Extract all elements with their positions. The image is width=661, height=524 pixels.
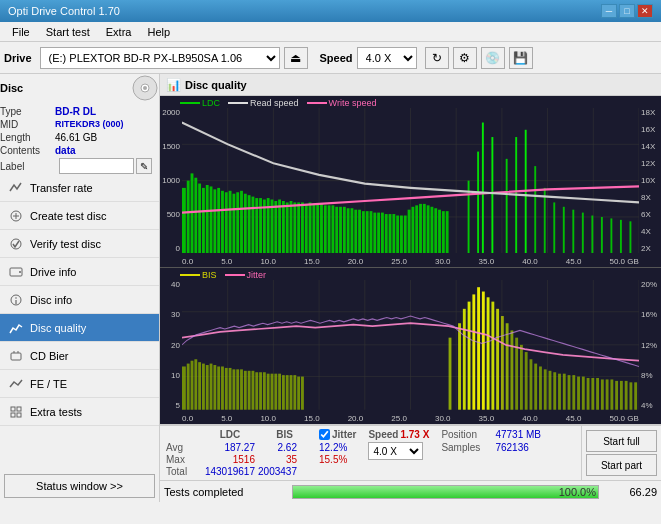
burn-button[interactable]: 💿 — [481, 47, 505, 69]
svg-rect-12 — [11, 353, 21, 360]
svg-rect-144 — [225, 368, 228, 410]
svg-rect-154 — [263, 373, 266, 410]
position-label: Position — [441, 429, 491, 440]
svg-rect-184 — [544, 370, 547, 410]
sidebar-item-verify-test-disc[interactable]: Verify test disc — [0, 230, 159, 258]
svg-rect-56 — [274, 201, 277, 253]
svg-rect-98 — [434, 208, 437, 253]
close-button[interactable]: ✕ — [637, 4, 653, 18]
svg-rect-65 — [309, 202, 312, 253]
x-label: 35.0 — [479, 414, 495, 423]
jitter-checkbox[interactable] — [319, 429, 330, 440]
svg-rect-15 — [11, 407, 15, 411]
transfer-rate-icon — [8, 180, 24, 196]
svg-rect-170 — [477, 287, 480, 410]
svg-rect-66 — [312, 204, 315, 253]
sidebar-item-drive-info[interactable]: Drive info — [0, 258, 159, 286]
y-label: 30 — [171, 310, 180, 319]
y-label: 0 — [176, 244, 180, 253]
sidebar-item-disc-quality[interactable]: Disc quality — [0, 314, 159, 342]
svg-rect-202 — [629, 383, 632, 410]
maximize-button[interactable]: □ — [619, 4, 635, 18]
start-part-button[interactable]: Start part — [586, 454, 657, 476]
speed-select[interactable]: 4.0 X 2.0 X 8.0 X — [357, 47, 417, 69]
status-window-button[interactable]: Status window >> — [4, 474, 155, 498]
status-text: Tests completed — [164, 486, 284, 498]
eject-button[interactable]: ⏏ — [284, 47, 308, 69]
menu-start-test[interactable]: Start test — [38, 24, 98, 40]
svg-rect-157 — [274, 374, 277, 410]
svg-rect-141 — [213, 365, 216, 410]
svg-rect-178 — [515, 338, 518, 410]
sidebar-item-transfer-rate[interactable]: Transfer rate — [0, 174, 159, 202]
svg-rect-100 — [442, 211, 445, 253]
minimize-button[interactable]: ─ — [601, 4, 617, 18]
contents-label: Contents — [0, 145, 55, 156]
svg-point-8 — [19, 271, 21, 273]
svg-rect-39 — [210, 186, 213, 253]
svg-rect-167 — [463, 309, 466, 410]
svg-rect-195 — [596, 378, 599, 410]
svg-rect-114 — [582, 213, 584, 254]
sidebar: Disc Type BD-R DL MID RITEKDR3 (000) Len… — [0, 74, 160, 502]
menu-help[interactable]: Help — [139, 24, 178, 40]
svg-rect-91 — [408, 210, 411, 254]
svg-rect-38 — [206, 185, 209, 253]
svg-rect-85 — [385, 214, 388, 253]
label-edit-button[interactable]: ✎ — [136, 158, 152, 174]
progress-bar-fill — [293, 486, 598, 498]
max-bis-value: 35 — [257, 454, 297, 465]
svg-rect-49 — [248, 195, 251, 253]
svg-rect-43 — [225, 192, 228, 253]
svg-rect-148 — [240, 370, 243, 410]
svg-rect-193 — [587, 378, 590, 410]
svg-rect-161 — [290, 375, 293, 410]
start-full-button[interactable]: Start full — [586, 430, 657, 452]
sidebar-item-extra-tests[interactable]: Extra tests — [0, 398, 159, 426]
avg-bis-value: 2.62 — [257, 442, 297, 453]
save-button[interactable]: 💾 — [509, 47, 533, 69]
avg-ldc-value: 187.27 — [200, 442, 255, 453]
svg-rect-99 — [438, 210, 441, 254]
bis-chart: BIS Jitter 40 30 20 10 5 20% — [160, 268, 661, 424]
menu-extra[interactable]: Extra — [98, 24, 140, 40]
svg-rect-190 — [572, 375, 575, 410]
sidebar-item-disc-info[interactable]: Disc info — [0, 286, 159, 314]
menu-file[interactable]: File — [4, 24, 38, 40]
svg-rect-188 — [563, 374, 566, 410]
speed-dropdown[interactable]: 4.0 X 2.0 X 8.0 X — [368, 442, 423, 460]
sidebar-item-fe-te[interactable]: FE / TE — [0, 370, 159, 398]
svg-rect-59 — [286, 202, 289, 253]
svg-rect-94 — [419, 204, 422, 253]
mid-label: MID — [0, 119, 55, 130]
nav-label: CD Bier — [30, 350, 69, 362]
svg-rect-17 — [11, 413, 15, 417]
svg-rect-150 — [248, 371, 251, 410]
label-input[interactable] — [59, 158, 134, 174]
svg-rect-109 — [534, 166, 536, 253]
svg-rect-145 — [229, 368, 232, 410]
ldc-chart: LDC Read speed Write speed 2000 1500 1 — [160, 96, 661, 268]
svg-rect-111 — [553, 202, 555, 253]
type-value: BD-R DL — [55, 106, 96, 117]
svg-rect-146 — [232, 370, 235, 410]
drive-select[interactable]: (E:) PLEXTOR BD-R PX-LB950SA 1.06 — [40, 47, 280, 69]
svg-rect-18 — [17, 413, 21, 417]
settings-button[interactable]: ⚙ — [453, 47, 477, 69]
jitter-stats: Jitter 12.2% 15.5% — [319, 429, 356, 466]
refresh-button[interactable]: ↻ — [425, 47, 449, 69]
y-label: 16% — [641, 310, 661, 319]
svg-rect-82 — [373, 213, 376, 254]
svg-rect-133 — [182, 367, 186, 410]
svg-rect-169 — [472, 295, 475, 410]
sidebar-item-create-test-disc[interactable]: Create test disc — [0, 202, 159, 230]
y-label: 12% — [641, 341, 661, 350]
sidebar-item-cd-bier[interactable]: CD Bier — [0, 342, 159, 370]
svg-rect-118 — [620, 220, 622, 253]
max-jitter-value: 15.5% — [319, 454, 356, 465]
avg-jitter-value: 12.2% — [319, 442, 356, 453]
svg-rect-101 — [446, 211, 449, 253]
y-label: 4X — [641, 227, 661, 236]
svg-rect-174 — [496, 309, 499, 410]
svg-rect-79 — [362, 211, 365, 253]
